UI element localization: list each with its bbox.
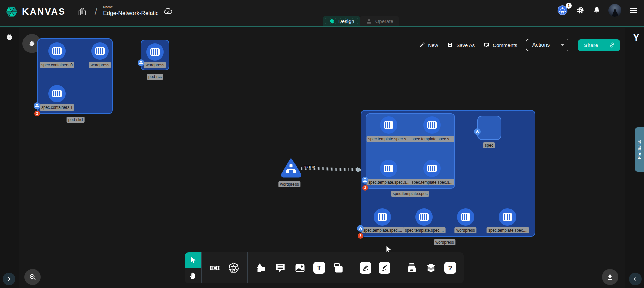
feedback-tab[interactable]: Feedback xyxy=(635,127,644,172)
node-deployment-container[interactable] xyxy=(415,208,433,226)
node-template-container[interactable] xyxy=(380,116,397,134)
node-deployment-container[interactable] xyxy=(499,208,516,226)
kubernetes-context-button[interactable]: 1 xyxy=(557,5,568,16)
mode-tabs: Design Operate xyxy=(323,16,399,26)
node-label: spec.template.spec.... xyxy=(487,227,529,233)
pod-kind-badge[interactable] xyxy=(362,177,368,184)
container-icon xyxy=(503,213,512,221)
pod-kind-badge[interactable] xyxy=(138,59,144,66)
kubernetes-helm-icon[interactable] xyxy=(228,262,240,274)
loading-spinner-icon xyxy=(5,33,14,42)
archive-drawer-icon[interactable] xyxy=(406,262,418,274)
comments-bubble-icon xyxy=(483,42,490,48)
container-icon xyxy=(427,165,437,172)
container-icon xyxy=(419,213,429,221)
group-label: spec.template.spec xyxy=(391,191,429,197)
design-pen-button[interactable] xyxy=(602,269,618,285)
node-label: wordpress xyxy=(89,62,111,68)
design-name-input[interactable] xyxy=(103,9,158,18)
kanvas-logo-icon[interactable] xyxy=(5,5,19,19)
settings-gear-icon[interactable] xyxy=(576,6,585,15)
select-tool-button[interactable] xyxy=(185,252,201,268)
node-template-container[interactable] xyxy=(380,160,397,177)
help-tool-icon[interactable]: ? xyxy=(444,262,456,274)
node-label: spec.template.spec.s... xyxy=(367,179,411,185)
copy-link-icon[interactable] xyxy=(604,39,620,51)
notifications-bell-icon[interactable] xyxy=(592,6,601,15)
container-icon xyxy=(461,213,470,221)
service-to-deployment-edge[interactable] xyxy=(298,162,365,177)
node-deployment-container[interactable] xyxy=(457,208,474,226)
error-count-badge[interactable]: 2 xyxy=(34,111,40,116)
container-icon xyxy=(52,90,62,97)
app-header: KANVAS / Name Design xyxy=(0,0,644,27)
save-as-button[interactable]: Save As xyxy=(447,42,475,48)
pen-path-tool-icon[interactable] xyxy=(360,262,371,274)
error-count-badge[interactable]: 3 xyxy=(358,233,363,239)
group-label: pod-rcc xyxy=(147,74,163,80)
pan-hand-tool-button[interactable] xyxy=(185,268,201,284)
comments-button[interactable]: Comments xyxy=(483,42,517,48)
edge-port-label: 80/TCP xyxy=(304,165,315,169)
text-tool-icon[interactable]: T xyxy=(313,262,325,274)
deployment-kind-badge[interactable] xyxy=(357,225,364,232)
node-label: spec.template.spec.... xyxy=(362,227,404,233)
pod-kind-badge[interactable] xyxy=(34,102,40,109)
y-brand-icon[interactable]: Y xyxy=(633,32,639,43)
node-label: wordpress xyxy=(278,181,300,187)
image-tool-icon[interactable] xyxy=(294,262,306,274)
actions-button-label[interactable]: Actions xyxy=(526,39,556,51)
container-icon xyxy=(95,47,105,55)
new-button-label: New xyxy=(428,42,438,48)
error-count-badge[interactable]: 3 xyxy=(362,185,368,191)
node-label: spec.containers.1 xyxy=(40,104,74,111)
actions-split-button[interactable]: Actions xyxy=(526,39,569,51)
user-avatar[interactable] xyxy=(608,4,621,17)
container-icon xyxy=(427,121,437,129)
design-canvas[interactable]: spec.containers.0 wordpress spec.contain… xyxy=(19,28,625,288)
cloud-saved-icon xyxy=(163,7,173,17)
node-label: spec xyxy=(483,142,495,148)
design-actions-toolbar: New Save As Comments Actions Share xyxy=(419,39,620,51)
node-label: spec.template.spec.s... xyxy=(410,179,454,185)
group-spec-template-spec[interactable] xyxy=(366,113,455,189)
logo-wordmark: KANVAS xyxy=(22,7,66,17)
pod-kind-badge[interactable] xyxy=(474,128,481,135)
node-spec[interactable] xyxy=(477,116,501,140)
expand-left-panel-button[interactable] xyxy=(3,273,15,285)
tab-operate[interactable]: Operate xyxy=(360,16,399,26)
design-name-field: Name xyxy=(103,5,158,18)
node-deployment-container[interactable] xyxy=(374,208,391,226)
note-tool-icon[interactable] xyxy=(332,262,344,274)
comment-tool-icon[interactable] xyxy=(274,262,286,274)
k8s-context-count-badge: 1 xyxy=(566,3,572,9)
node-label: spec.template.spec.s... xyxy=(367,136,411,142)
design-tab-label: Design xyxy=(338,18,354,24)
zoom-search-button[interactable] xyxy=(24,269,41,285)
tab-design[interactable]: Design xyxy=(323,16,360,26)
freehand-draw-tool-icon[interactable] xyxy=(379,262,390,274)
canvas-tool-dock: T xyxy=(185,252,464,283)
share-split-button[interactable]: Share xyxy=(578,39,620,51)
group-label: wordpress xyxy=(434,239,455,245)
node-spec-containers-1[interactable] xyxy=(48,85,66,102)
group-label: pod-skd xyxy=(67,117,85,123)
node-label: spec.template.spec.... xyxy=(403,227,446,233)
node-template-container[interactable] xyxy=(423,160,441,177)
node-wordpress-container[interactable] xyxy=(146,43,164,61)
share-button-label[interactable]: Share xyxy=(578,39,604,51)
hamburger-menu-icon[interactable] xyxy=(629,6,638,15)
expand-right-panel-button[interactable] xyxy=(629,273,642,285)
node-spec-containers-0[interactable] xyxy=(48,42,66,60)
node-wordpress-container[interactable] xyxy=(91,42,109,60)
layers-icon[interactable] xyxy=(425,262,437,274)
breadcrumb-separator: / xyxy=(95,7,97,17)
components-chip-icon[interactable] xyxy=(209,262,220,274)
organization-icon[interactable] xyxy=(77,7,87,17)
save-floppy-icon xyxy=(447,42,453,48)
new-design-button[interactable]: New xyxy=(419,42,438,48)
actions-caret-icon[interactable] xyxy=(556,39,569,51)
shapes-tool-icon[interactable] xyxy=(255,262,267,274)
node-template-container[interactable] xyxy=(423,116,441,134)
help-glyph: ? xyxy=(444,262,456,274)
